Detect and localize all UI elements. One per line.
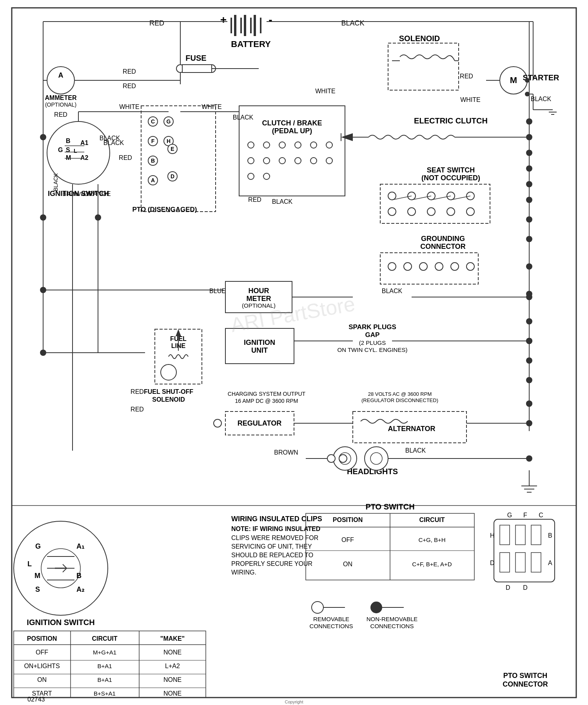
svg-text:PTO SWITCH: PTO SWITCH: [503, 672, 548, 680]
svg-text:BROWN: BROWN: [274, 449, 298, 456]
svg-text:GAP: GAP: [365, 331, 380, 339]
svg-point-221: [339, 455, 347, 462]
svg-text:NONE: NONE: [163, 676, 181, 683]
svg-text:B+A1: B+A1: [97, 676, 112, 683]
diagram-container: RED + - BLACK BATTERY SOLENOID FUSE: [0, 0, 588, 705]
svg-text:CHARGING SYSTEM OUTPUT: CHARGING SYSTEM OUTPUT: [228, 391, 306, 397]
svg-text:IGNITION: IGNITION: [244, 339, 275, 346]
svg-text:F: F: [523, 512, 527, 518]
svg-text:SPARK PLUGS: SPARK PLUGS: [348, 323, 396, 331]
svg-point-158: [451, 263, 459, 270]
svg-point-191: [526, 338, 532, 344]
svg-point-98: [310, 142, 317, 148]
svg-text:CIRCUIT: CIRCUIT: [419, 517, 445, 523]
svg-text:WHITE: WHITE: [315, 88, 336, 94]
svg-text:RED: RED: [123, 68, 136, 75]
svg-text:G: G: [167, 118, 171, 125]
svg-text:POSITION: POSITION: [333, 517, 363, 523]
svg-text:NONE: NONE: [163, 649, 181, 656]
svg-point-103: [295, 158, 301, 164]
svg-text:02743: 02743: [27, 696, 45, 703]
svg-text:AMMETER: AMMETER: [45, 94, 77, 101]
svg-text:A: A: [548, 560, 552, 566]
svg-text:M: M: [66, 154, 71, 161]
svg-text:RED: RED: [123, 83, 136, 89]
svg-point-224: [526, 455, 532, 462]
svg-point-179: [161, 364, 176, 380]
svg-text:L: L: [74, 148, 77, 154]
svg-point-291: [370, 602, 382, 613]
svg-text:M+G+A1: M+G+A1: [93, 649, 116, 656]
svg-text:CONNECTIONS: CONNECTIONS: [370, 623, 414, 629]
svg-text:C: C: [151, 118, 155, 125]
svg-text:NON-REMOVABLE: NON-REMOVABLE: [367, 616, 418, 622]
svg-point-102: [279, 158, 285, 164]
svg-point-146: [466, 208, 474, 216]
svg-text:WHITE: WHITE: [460, 96, 481, 103]
svg-text:ON: ON: [37, 676, 47, 683]
svg-text:(REGULATOR DISCONNECTED): (REGULATOR DISCONNECTED): [361, 397, 438, 403]
svg-text:RED: RED: [131, 406, 144, 413]
svg-rect-301: [531, 525, 541, 545]
svg-text:-: -: [269, 14, 272, 26]
svg-point-155: [404, 263, 412, 270]
svg-text:(2 PLUGS: (2 PLUGS: [359, 339, 386, 346]
svg-point-198: [214, 419, 221, 427]
svg-text:REGULATOR: REGULATOR: [238, 419, 281, 427]
svg-text:GROUNDING: GROUNDING: [421, 235, 465, 243]
svg-text:H: H: [167, 138, 171, 144]
svg-point-105: [326, 158, 332, 164]
svg-text:ON+LIGHTS: ON+LIGHTS: [24, 663, 60, 669]
svg-text:BLACK: BLACK: [341, 19, 364, 27]
svg-text:28 VOLTS AC @ 3600 RPM: 28 VOLTS AC @ 3600 RPM: [368, 391, 432, 397]
svg-point-170: [526, 294, 532, 300]
svg-text:BROWN: BROWN: [62, 190, 85, 197]
svg-text:BLACK: BLACK: [233, 114, 254, 121]
svg-text:M: M: [510, 75, 517, 85]
svg-point-95: [263, 142, 270, 148]
svg-point-206: [40, 214, 46, 221]
svg-text:A1: A1: [80, 140, 89, 146]
svg-point-203: [526, 420, 532, 426]
svg-text:B: B: [548, 532, 552, 539]
svg-text:NONE: NONE: [163, 690, 181, 697]
svg-text:BLACK: BLACK: [272, 198, 293, 205]
svg-text:PTO SWITCH: PTO SWITCH: [365, 502, 414, 511]
svg-point-157: [435, 263, 443, 270]
svg-point-29: [47, 67, 74, 94]
svg-text:SEAT SWITCH: SEAT SWITCH: [427, 166, 475, 174]
svg-text:CLIPS WERE REMOVED FOR: CLIPS WERE REMOVED FOR: [231, 535, 318, 541]
svg-point-104: [310, 158, 317, 164]
svg-text:SOLENOID: SOLENOID: [152, 396, 185, 403]
svg-text:L: L: [27, 560, 32, 568]
svg-text:RED: RED: [248, 196, 261, 203]
svg-text:16 AMP DC @ 3600 RPM: 16 AMP DC @ 3600 RPM: [235, 398, 298, 404]
svg-text:SERVICING OF UNIT, THEY: SERVICING OF UNIT, THEY: [231, 543, 312, 550]
svg-point-205: [40, 134, 46, 140]
svg-text:CONNECTIONS: CONNECTIONS: [310, 623, 353, 629]
svg-text:IGNITION SWITCH: IGNITION SWITCH: [27, 618, 94, 627]
svg-text:BLACK: BLACK: [382, 288, 403, 294]
svg-text:G: G: [507, 512, 512, 518]
svg-text:ON TWIN CYL. ENGINES): ON TWIN CYL. ENGINES): [338, 346, 408, 353]
svg-rect-300: [515, 525, 525, 545]
svg-text:(OPTIONAL): (OPTIONAL): [45, 101, 76, 108]
svg-text:A2: A2: [80, 154, 89, 161]
svg-text:B: B: [76, 572, 82, 580]
svg-point-94: [248, 142, 254, 148]
svg-point-96: [279, 142, 285, 148]
svg-text:BLACK: BLACK: [53, 173, 59, 191]
svg-text:D: D: [506, 584, 510, 591]
svg-text:RED: RED: [119, 154, 132, 161]
svg-text:FUSE: FUSE: [185, 54, 206, 62]
svg-text:CLUTCH / BRAKE: CLUTCH / BRAKE: [262, 119, 322, 127]
svg-point-100: [248, 158, 254, 164]
svg-text:"MAKE": "MAKE": [160, 635, 185, 642]
svg-point-211: [95, 214, 101, 221]
svg-text:BLACK: BLACK: [103, 140, 124, 146]
svg-text:C+F, B+E, A+D: C+F, B+E, A+D: [412, 561, 452, 567]
svg-text:F: F: [151, 138, 155, 144]
svg-point-171: [40, 287, 46, 293]
svg-text:C+G, B+H: C+G, B+H: [418, 536, 445, 543]
svg-text:WIRING.: WIRING.: [231, 569, 256, 576]
